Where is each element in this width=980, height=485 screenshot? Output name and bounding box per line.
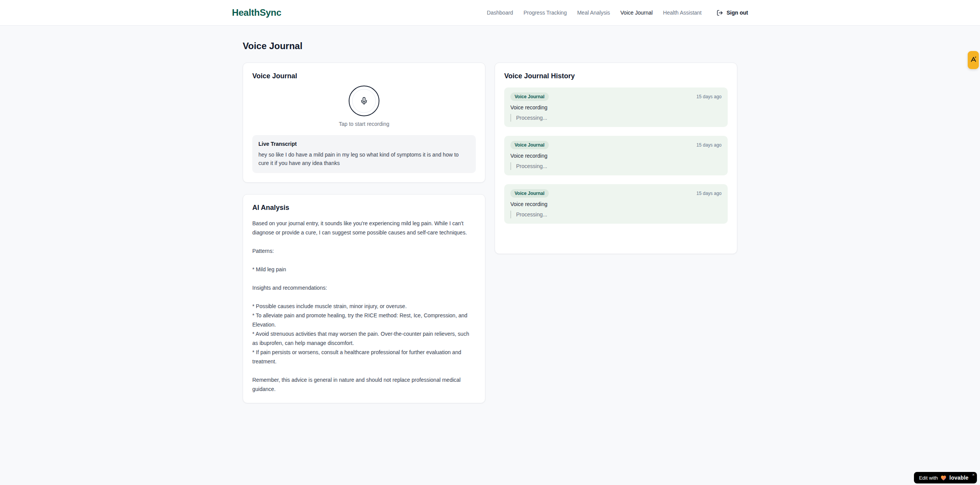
entry-type-badge: Voice Journal (510, 141, 549, 149)
recorder-card-title: Voice Journal (252, 72, 476, 80)
heart-icon (940, 475, 947, 481)
history-card: Voice Journal History Voice Journal 15 d… (495, 63, 737, 254)
nav-links: Dashboard Progress Tracking Meal Analysi… (487, 10, 748, 16)
lovable-prefix: Edit with (919, 475, 938, 481)
feedback-side-tab[interactable] (968, 51, 979, 69)
history-card-title: Voice Journal History (504, 72, 728, 80)
live-transcript-box: Live Transcript hey so like I do have a … (252, 135, 476, 173)
entry-label: Voice recording (510, 104, 722, 111)
history-entry[interactable]: Voice Journal 15 days ago Voice recordin… (504, 136, 728, 175)
entry-label: Voice recording (510, 201, 722, 207)
nav-dashboard[interactable]: Dashboard (487, 10, 513, 16)
ai-analysis-card: AI Analysis Based on your journal entry,… (243, 194, 485, 403)
brand-logo[interactable]: HealthSync (232, 7, 281, 18)
live-transcript-text: hey so like I do have a mild pain in my … (258, 150, 470, 167)
page-title: Voice Journal (243, 41, 737, 51)
live-transcript-title: Live Transcript (258, 141, 470, 147)
entry-timestamp: 15 days ago (697, 142, 722, 148)
entry-type-badge: Voice Journal (510, 92, 549, 101)
nav-health-assistant[interactable]: Health Assistant (663, 10, 702, 16)
log-out-icon (717, 10, 723, 16)
history-entry[interactable]: Voice Journal 15 days ago Voice recordin… (504, 87, 728, 127)
lovable-badge[interactable]: Edit with lovable × (914, 472, 977, 483)
main-content: Voice Journal Voice Journal (243, 26, 737, 403)
sign-out-label: Sign out (727, 10, 748, 16)
nav-progress-tracking[interactable]: Progress Tracking (523, 10, 567, 16)
sign-out-button[interactable]: Sign out (717, 10, 748, 16)
entry-label: Voice recording (510, 153, 722, 159)
entry-timestamp: 15 days ago (697, 191, 722, 196)
voice-recorder-card: Voice Journal Tap to start recording (243, 63, 485, 183)
ai-analysis-text: Based on your journal entry, it sounds l… (252, 219, 476, 394)
history-list: Voice Journal 15 days ago Voice recordin… (504, 87, 728, 244)
ai-analysis-title: AI Analysis (252, 204, 476, 212)
entry-type-badge: Voice Journal (510, 189, 549, 198)
nav-voice-journal[interactable]: Voice Journal (621, 10, 653, 16)
record-hint: Tap to start recording (339, 121, 389, 127)
entry-status: Processing... (510, 114, 722, 122)
top-nav: HealthSync Dashboard Progress Tracking M… (0, 0, 980, 26)
history-entry[interactable]: Voice Journal 15 days ago Voice recordin… (504, 184, 728, 224)
lovable-brand: lovable (949, 475, 968, 481)
close-icon[interactable]: × (972, 473, 975, 477)
microphone-icon (352, 89, 376, 113)
record-button[interactable] (349, 86, 379, 116)
amber-logo-icon (970, 56, 977, 64)
nav-meal-analysis[interactable]: Meal Analysis (577, 10, 610, 16)
entry-timestamp: 15 days ago (697, 94, 722, 99)
entry-status: Processing... (510, 211, 722, 218)
entry-status: Processing... (510, 162, 722, 170)
